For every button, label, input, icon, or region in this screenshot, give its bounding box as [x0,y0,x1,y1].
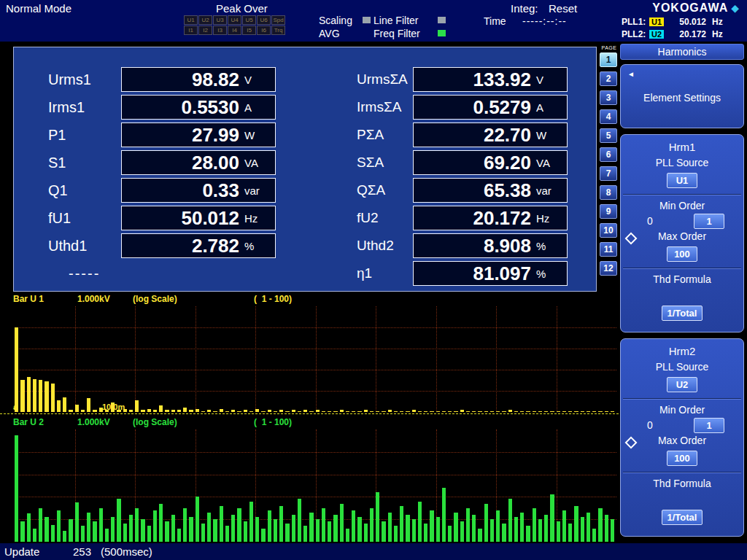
measurement-unit: var [244,184,269,197]
harmonic-bar [75,502,79,542]
hrm2-pll-source-value[interactable]: U2 [667,377,697,392]
page-button-1[interactable]: 1 [600,52,617,67]
page-button-8[interactable]: 8 [600,185,617,200]
measurement-label: QΣA [357,182,413,198]
hrm1-min-order-value[interactable]: 1 [694,214,724,229]
hrm1-pll-source-value[interactable]: U1 [667,173,697,188]
harmonic-bar [196,497,199,542]
harmonics-bar-chart-u2: Bar U 2 1.000kV (log Scale) ( 1 - 100) [0,415,619,543]
chart1-order-range: ( 1 - 100) [254,294,292,304]
harmonic-bar [394,526,398,542]
page-button-9[interactable]: 9 [600,204,617,219]
harmonic-bar [364,524,368,542]
harmonic-bar [237,411,241,412]
harmonic-bar [57,400,61,412]
measurement-value-box: 65.38var [413,178,568,203]
pll1-unit: Hz [712,17,723,27]
measurement-value: 0.33 [128,179,239,202]
measurement-unit: % [244,240,269,252]
harmonic-bar [220,409,223,412]
measurement-row: ----- [48,260,276,287]
harmonic-bar [412,410,416,412]
chart2-scale-note: (log Scale) [133,417,177,427]
harmonic-bar [183,408,187,412]
page-button-10[interactable]: 10 [600,223,617,238]
harmonic-bar [268,510,271,542]
harmonic-bar [400,411,403,412]
harmonic-bar [111,517,115,542]
measurement-value-box: 20.172Hz [413,206,568,230]
harmonic-bar [292,515,295,542]
avg-label: AVG [319,28,340,39]
harmonic-bar [568,411,572,412]
page-button-7[interactable]: 7 [600,166,617,181]
chart1-scale-note: (log Scale) [133,294,177,304]
hrm1-max-order-value[interactable]: 100 [667,246,697,262]
harmonic-bar [346,411,349,412]
harmonic-bar [533,508,536,542]
measurement-value-box: 8.908% [413,233,568,258]
harmonic-bar [298,411,301,412]
update-count: 253 [73,545,91,558]
measurement-unit: V [244,74,269,86]
harmonic-bar [526,526,530,542]
harmonic-bar [159,504,163,542]
harmonic-bar [514,517,518,542]
hrm2-max-order-value[interactable]: 100 [667,451,697,466]
hrm2-pll-source-label: PLL Source [621,359,743,374]
chart1-title: Bar U 1 [13,294,44,304]
measurement-unit: V [536,74,561,86]
hrm2-thd-formula-value[interactable]: 1/Total [662,510,703,525]
measurement-value: 50.012 [128,207,239,230]
harmonic-bar [478,529,481,542]
mode-indicator: Normal Mode [6,2,71,15]
grid-line-horizontal [15,391,616,392]
page-button-3[interactable]: 3 [600,90,617,105]
chart1-top-scale: 1.000kV [77,294,110,304]
element-settings-button[interactable]: ◄ Element Settings [620,64,744,128]
hrm2-title: Hrm2 [621,343,743,359]
harmonic-bar [69,519,72,542]
harmonic-bar [400,506,403,542]
page-button-11[interactable]: 11 [600,242,617,257]
harmonic-bar [279,506,283,542]
harmonic-bar [81,410,85,412]
harmonic-bar [484,411,488,412]
peak-over-cell-spd: Spd [271,15,285,25]
peak-over-cell-u4: U4 [228,15,241,25]
hrm2-min-order-label: Min Order [621,402,743,417]
harmonic-bar [454,513,457,542]
measurement-value-box: 28.00VA [121,150,276,175]
harmonic-bar [231,515,235,542]
hrm1-thd-formula-value[interactable]: 1/Total [662,306,703,321]
measurement-label: η1 [357,265,413,281]
harmonic-bar [153,510,157,542]
harmonic-bar [514,411,518,412]
measurement-unit: A [244,101,269,114]
freq-filter-label: Freq Filter [374,28,420,39]
harmonic-bar [33,529,36,542]
harmonic-bar [346,529,349,542]
page-button-4[interactable]: 4 [600,109,617,124]
harmonic-bar [57,510,61,542]
hrm1-max-order-label: Max Order [621,229,743,244]
harmonic-bar [303,410,307,412]
page-button-2[interactable]: 2 [600,71,617,86]
harmonic-bar [611,519,614,542]
harmonic-bar [15,435,18,542]
harmonic-bar [544,411,548,412]
hrm2-min-order-value[interactable]: 1 [694,418,724,433]
page-button-6[interactable]: 6 [600,147,617,162]
harmonic-bar [581,517,584,542]
harmonic-bar [255,517,259,542]
harmonic-bar [255,409,259,412]
harmonic-bar [123,409,127,412]
pll2-source-badge: U2 [649,30,664,39]
page-button-5[interactable]: 5 [600,128,617,143]
hrm1-min-order-row: 0 1 [621,213,743,229]
harmonic-bar [460,521,464,542]
peak-over-cell-i6: I6 [257,26,271,35]
page-button-12[interactable]: 12 [600,261,617,276]
harmonic-bar [376,411,379,412]
grid-line-horizontal [15,452,616,453]
